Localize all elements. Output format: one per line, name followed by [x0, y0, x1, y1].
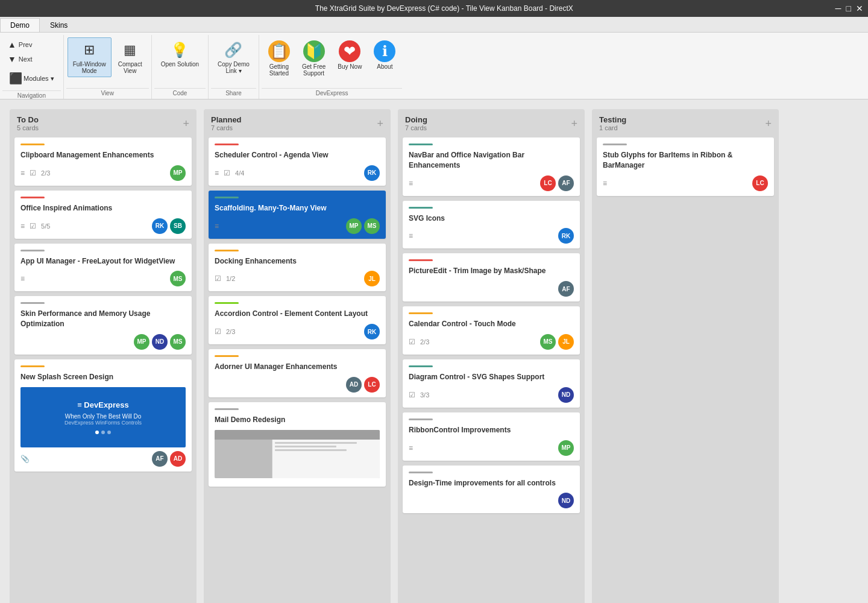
- column-title: Testing: [599, 115, 626, 124]
- modules-button[interactable]: ⬛ Modules ▾: [4, 69, 60, 88]
- ribbon-group-share: 🔗 Copy DemoLink ▾ Share: [209, 35, 259, 99]
- get-free-support-button[interactable]: 🔰 Get FreeSupport: [297, 37, 331, 80]
- buy-now-button[interactable]: ❤ Buy Now: [332, 37, 367, 73]
- kanban-card[interactable]: Calendar Control - Touch Mode ☑2/3 MSJL: [403, 306, 580, 355]
- checklist-icon: ☑: [224, 169, 230, 177]
- card-meta: ≡☑4/4: [215, 169, 244, 177]
- kanban-card[interactable]: Accordion Control - Element Content Layo…: [209, 296, 386, 344]
- column-count: 1 card: [599, 124, 626, 131]
- priority-bar: [215, 197, 239, 198]
- kanban-card[interactable]: RibbonControl Improvements ≡ MP: [403, 412, 580, 461]
- priority-bar: [409, 365, 433, 367]
- checklist-icon: ☑: [215, 327, 221, 336]
- open-solution-button[interactable]: 💡 Open Solution: [156, 37, 204, 71]
- kanban-card[interactable]: Scheduler Control - Agenda View ≡☑4/4 RK: [209, 137, 386, 186]
- card-avatars: ND: [558, 493, 574, 508]
- tab-demo[interactable]: Demo: [0, 18, 40, 32]
- kanban-card[interactable]: Skin Performance and Memory Usage Optimi…: [14, 296, 192, 355]
- kanban-card[interactable]: PictureEdit - Trim Image by Mask/Shape A…: [403, 253, 580, 302]
- modules-icon: ⬛: [9, 72, 22, 85]
- card-avatars: MPMS: [346, 218, 380, 234]
- card-meta: ≡: [409, 444, 413, 452]
- card-footer: ND: [409, 493, 574, 508]
- avatar: JL: [364, 271, 380, 286]
- ribbon-group-devexpress: 📋 GettingStarted 🔰 Get FreeSupport ❤ Buy…: [259, 35, 404, 99]
- card-title: PictureEdit - Trim Image by Mask/Shape: [409, 266, 574, 276]
- card-avatars: JL: [364, 271, 380, 286]
- card-avatars: ND: [558, 387, 574, 403]
- avatar: ND: [558, 387, 574, 403]
- card-footer: MPNDMS: [20, 334, 186, 350]
- priority-bar: [215, 302, 239, 304]
- about-icon: ℹ: [374, 40, 395, 62]
- kanban-card[interactable]: NavBar and Office Navigation Bar Enhance…: [403, 137, 580, 196]
- card-footer: ADLC: [215, 377, 380, 393]
- kanban-card[interactable]: Adorner UI Manager Enhancements ADLC: [209, 349, 386, 397]
- card-meta: ≡: [409, 232, 413, 240]
- avatar: AD: [346, 377, 362, 393]
- avatar: MP: [134, 334, 149, 350]
- window-controls[interactable]: ─ □ ✕: [835, 4, 863, 13]
- card-meta: ☑2/3: [409, 338, 429, 346]
- card-title: Stub Glyphs for BarItems in Ribbon & Bar…: [603, 150, 768, 171]
- prev-button[interactable]: ▲ Prev: [4, 37, 60, 52]
- kanban-card[interactable]: Design-Time improvements for all control…: [403, 466, 580, 514]
- description-icon: ≡: [20, 274, 25, 283]
- kanban-card[interactable]: Clipboard Management Enhancements ≡☑2/3 …: [14, 137, 192, 186]
- column-add-button[interactable]: +: [183, 118, 189, 129]
- code-items: 💡 Open Solution: [154, 35, 206, 88]
- avatar: LC: [540, 175, 556, 191]
- card-footer: ≡ MP: [409, 440, 574, 456]
- column-add-button[interactable]: +: [765, 118, 772, 129]
- about-button[interactable]: ℹ About: [368, 37, 401, 73]
- avatar: LC: [364, 377, 380, 393]
- kanban-card[interactable]: Mail Demo Redesign: [209, 402, 386, 487]
- restore-button[interactable]: □: [846, 4, 851, 13]
- ribbon: Demo Skins ▲ Prev ▼ Next ⬛ Modules ▾ Nav…: [0, 17, 868, 99]
- kanban-card[interactable]: SVG Icons ≡ RK: [403, 201, 580, 249]
- card-title: NavBar and Office Navigation Bar Enhance…: [409, 150, 574, 171]
- column-count: 7 cards: [211, 124, 242, 131]
- column-add-button[interactable]: +: [571, 118, 577, 129]
- kanban-card[interactable]: Docking Enhancements ☑1/2 JL: [209, 244, 386, 292]
- column-header: Testing 1 card +: [592, 109, 779, 135]
- card-title: Clipboard Management Enhancements: [20, 150, 186, 160]
- full-window-mode-button[interactable]: ⊞ Full-WindowMode: [68, 37, 112, 77]
- card-avatars: MP: [170, 165, 186, 181]
- avatar: RK: [364, 165, 380, 181]
- priority-bar: [215, 408, 239, 410]
- minimize-button[interactable]: ─: [835, 4, 841, 13]
- share-label: Share: [211, 88, 256, 99]
- priority-bar: [409, 144, 433, 145]
- kanban-card[interactable]: App UI Manager - FreeLayout for WidgetVi…: [14, 244, 192, 292]
- card-title: Scaffolding. Many-To-Many View: [215, 203, 380, 213]
- priority-bar: [20, 144, 45, 145]
- close-button[interactable]: ✕: [856, 4, 863, 13]
- kanban-card[interactable]: Stub Glyphs for BarItems in Ribbon & Bar…: [597, 137, 774, 196]
- next-button[interactable]: ▼ Next: [4, 52, 60, 66]
- avatar: ND: [152, 334, 168, 350]
- tab-skins[interactable]: Skins: [40, 18, 78, 32]
- description-icon: ≡: [215, 222, 219, 230]
- kanban-card[interactable]: Scaffolding. Many-To-Many View ≡ MPMS: [209, 191, 386, 239]
- code-label: Code: [154, 88, 206, 99]
- card-image: ≡ DevExpress When Only The Best Will Do …: [20, 387, 186, 447]
- column-add-button[interactable]: +: [377, 118, 383, 129]
- compact-view-button[interactable]: ▦ CompactView: [113, 37, 148, 77]
- view-label: View: [66, 88, 149, 99]
- description-icon: ≡: [20, 169, 25, 177]
- card-footer: AF: [409, 281, 574, 297]
- getting-started-button[interactable]: 📋 GettingStarted: [263, 37, 295, 80]
- description-icon: ≡: [215, 169, 219, 177]
- avatar: MS: [540, 334, 556, 350]
- kanban-card[interactable]: New Splash Screen Design ≡ DevExpress Wh…: [14, 359, 192, 472]
- card-title: Office Inspired Animations: [20, 203, 186, 213]
- kanban-card[interactable]: Diagram Control - SVG Shapes Support ☑3/…: [403, 359, 580, 408]
- navigation-label: Navigation: [2, 90, 61, 101]
- column-cards: NavBar and Office Navigation Bar Enhance…: [398, 135, 585, 603]
- card-title: Mail Demo Redesign: [215, 415, 380, 425]
- priority-bar: [215, 144, 239, 145]
- kanban-card[interactable]: Office Inspired Animations ≡☑5/5 RKSB: [14, 191, 192, 239]
- copy-demo-link-button[interactable]: 🔗 Copy DemoLink ▾: [212, 37, 255, 77]
- avatar: MP: [558, 440, 574, 456]
